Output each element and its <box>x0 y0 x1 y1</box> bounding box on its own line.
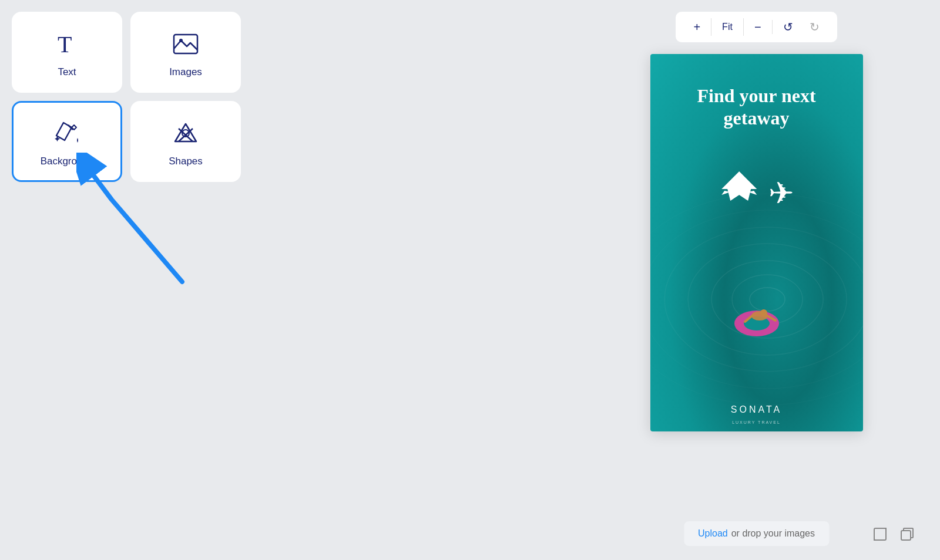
images-tool-label: Images <box>169 66 202 78</box>
floatie-person <box>727 291 786 340</box>
left-panel: T Text Images <box>0 0 253 560</box>
center-area <box>253 0 573 560</box>
canvas-wrapper: Find your next getaway ✈ <box>650 54 863 431</box>
images-icon <box>172 30 200 58</box>
canvas-card: Find your next getaway ✈ <box>650 54 863 431</box>
tool-card-background[interactable]: Background <box>12 101 122 182</box>
svg-rect-20 <box>874 528 886 540</box>
upload-rest-text: or drop your images <box>731 528 815 539</box>
zoom-out-button[interactable]: − <box>746 17 770 38</box>
right-panel: + Fit − ↺ ↻ <box>573 0 940 560</box>
background-tool-label: Background <box>41 156 94 167</box>
canvas-brand-sub: LUXURY TRAVEL <box>650 420 863 424</box>
shapes-tool-label: Shapes <box>169 156 203 167</box>
tool-card-shapes[interactable]: Shapes <box>130 101 241 182</box>
canvas-brand: SONATA <box>650 404 863 415</box>
tool-card-images[interactable]: Images <box>130 12 241 93</box>
svg-point-2 <box>179 39 183 42</box>
upload-bar: Upload or drop your images <box>684 521 829 546</box>
tools-grid: T Text Images <box>12 12 241 182</box>
fit-label: Fit <box>711 18 744 36</box>
text-tool-label: Text <box>58 66 76 78</box>
tool-card-text[interactable]: T Text <box>12 12 122 93</box>
upload-link[interactable]: Upload <box>698 528 728 539</box>
bottom-right-icons <box>871 525 916 544</box>
redo-button[interactable]: ↻ <box>801 16 828 38</box>
zoom-in-button[interactable]: + <box>685 17 709 38</box>
canvas-toolbar: + Fit − ↺ ↻ <box>676 12 837 42</box>
undo-button[interactable]: ↺ <box>775 16 801 38</box>
svg-rect-21 <box>901 531 911 540</box>
toolbar-divider <box>772 20 773 34</box>
background-icon <box>52 119 82 147</box>
shapes-icon <box>170 119 201 147</box>
airplane-icon: ✈ <box>719 168 795 211</box>
svg-text:T: T <box>58 31 72 58</box>
expand-icon[interactable] <box>871 525 889 544</box>
canvas-headline: Find your next getaway <box>650 85 863 130</box>
text-icon: T <box>53 30 81 58</box>
copy-icon[interactable] <box>898 525 916 544</box>
